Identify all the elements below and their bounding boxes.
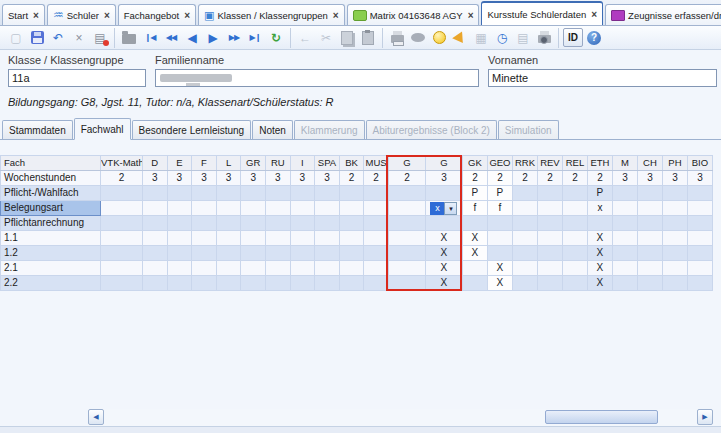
- table-cell[interactable]: [662, 246, 687, 261]
- table-cell[interactable]: X: [462, 246, 487, 261]
- table-cell[interactable]: [315, 201, 340, 216]
- table-cell[interactable]: [101, 246, 143, 261]
- table-cell[interactable]: [101, 201, 143, 216]
- refresh-button[interactable]: ↻: [266, 28, 286, 48]
- table-cell[interactable]: [687, 246, 712, 261]
- stamp-button[interactable]: [408, 28, 428, 48]
- tab-kursstufe-schülerdaten[interactable]: Kursstufe Schülerdaten×: [481, 1, 603, 25]
- filter-funnel-button[interactable]: [450, 28, 470, 48]
- table-cell[interactable]: 3: [315, 171, 340, 186]
- table-cell[interactable]: [687, 201, 712, 216]
- table-cell[interactable]: 3: [662, 171, 687, 186]
- table-cell[interactable]: 2: [101, 171, 143, 186]
- table-cell[interactable]: 2: [339, 171, 364, 186]
- table-cell[interactable]: [315, 276, 340, 291]
- table-cell[interactable]: [537, 231, 562, 246]
- table-cell[interactable]: [265, 246, 290, 261]
- detail-tab-stammdaten[interactable]: Stammdaten: [2, 120, 73, 139]
- tab-start[interactable]: Start×: [2, 4, 45, 25]
- table-cell[interactable]: [512, 201, 537, 216]
- table-cell[interactable]: [265, 201, 290, 216]
- close-icon[interactable]: ×: [333, 10, 339, 21]
- table-cell[interactable]: [662, 231, 687, 246]
- table-cell[interactable]: [637, 231, 662, 246]
- table-cell[interactable]: [339, 261, 364, 276]
- table-cell[interactable]: 2: [462, 171, 487, 186]
- table-cell[interactable]: X: [587, 246, 612, 261]
- row-label-belegungsart[interactable]: Belegungsart: [1, 201, 101, 216]
- table-cell[interactable]: [662, 276, 687, 291]
- table-cell[interactable]: P: [462, 186, 487, 201]
- nav-next-button[interactable]: ▶: [203, 28, 223, 48]
- table-cell[interactable]: [216, 216, 241, 231]
- table-cell[interactable]: [612, 186, 637, 201]
- table-cell[interactable]: [562, 231, 587, 246]
- table-cell[interactable]: X: [425, 261, 462, 276]
- table-cell[interactable]: [637, 186, 662, 201]
- table-cell[interactable]: [216, 201, 241, 216]
- table-cell[interactable]: P: [487, 186, 512, 201]
- table-cell[interactable]: [167, 201, 192, 216]
- table-cell[interactable]: 2: [487, 171, 512, 186]
- table-cell[interactable]: [167, 231, 192, 246]
- new-form-button[interactable]: ▤: [90, 28, 110, 48]
- table-cell[interactable]: [216, 246, 241, 261]
- table-cell[interactable]: [216, 276, 241, 291]
- table-cell[interactable]: [687, 216, 712, 231]
- table-cell[interactable]: [143, 186, 168, 201]
- table-cell[interactable]: [290, 201, 315, 216]
- table-cell[interactable]: [339, 186, 364, 201]
- folder-button[interactable]: [119, 28, 139, 48]
- table-cell[interactable]: [101, 276, 143, 291]
- table-cell[interactable]: X: [487, 261, 512, 276]
- table-cell[interactable]: [587, 216, 612, 231]
- table-cell[interactable]: [662, 261, 687, 276]
- close-icon[interactable]: ×: [184, 10, 190, 21]
- scroll-right-button[interactable]: ▶: [697, 409, 713, 425]
- table-cell[interactable]: [687, 186, 712, 201]
- table-cell[interactable]: [290, 186, 315, 201]
- table-cell[interactable]: [537, 261, 562, 276]
- nav-first-button[interactable]: ❙◀: [140, 28, 160, 48]
- table-cell[interactable]: [637, 276, 662, 291]
- table-cell[interactable]: [101, 216, 143, 231]
- table-cell[interactable]: P: [587, 186, 612, 201]
- table-cell[interactable]: [637, 201, 662, 216]
- close-icon[interactable]: ×: [468, 10, 474, 21]
- table-cell[interactable]: [537, 186, 562, 201]
- nav-fast-forward-button[interactable]: ▶▶: [224, 28, 244, 48]
- table-cell[interactable]: 2: [587, 171, 612, 186]
- table-cell[interactable]: [290, 231, 315, 246]
- table-cell[interactable]: [687, 261, 712, 276]
- table-cell[interactable]: X: [587, 231, 612, 246]
- table-cell[interactable]: [192, 246, 217, 261]
- table-cell[interactable]: [192, 276, 217, 291]
- table-cell[interactable]: [487, 216, 512, 231]
- table-cell[interactable]: 3: [425, 171, 462, 186]
- table-cell[interactable]: [339, 216, 364, 231]
- nav-last-button[interactable]: ▶❙: [245, 28, 265, 48]
- delete-button[interactable]: ×: [69, 28, 89, 48]
- close-icon[interactable]: ×: [104, 10, 110, 21]
- table-cell[interactable]: [101, 261, 143, 276]
- table-cell[interactable]: [192, 201, 217, 216]
- table-cell[interactable]: [339, 231, 364, 246]
- tab-schüler[interactable]: ♒Schüler×: [47, 4, 116, 25]
- table-cell[interactable]: [537, 276, 562, 291]
- cell-editor[interactable]: x▾: [430, 202, 457, 215]
- table-cell[interactable]: [315, 261, 340, 276]
- table-cell[interactable]: 2: [537, 171, 562, 186]
- table-cell[interactable]: [512, 261, 537, 276]
- table-cell[interactable]: [241, 201, 266, 216]
- table-cell[interactable]: [462, 261, 487, 276]
- table-cell[interactable]: f: [462, 201, 487, 216]
- table-cell[interactable]: [612, 246, 637, 261]
- table-cell[interactable]: [143, 231, 168, 246]
- save-button[interactable]: [27, 28, 47, 48]
- id-button[interactable]: ID: [563, 28, 583, 48]
- table-cell[interactable]: [143, 261, 168, 276]
- horizontal-scrollbar[interactable]: ◀ ▶: [88, 409, 713, 426]
- table-cell[interactable]: [241, 231, 266, 246]
- table-cell[interactable]: [101, 231, 143, 246]
- table-cell[interactable]: [315, 216, 340, 231]
